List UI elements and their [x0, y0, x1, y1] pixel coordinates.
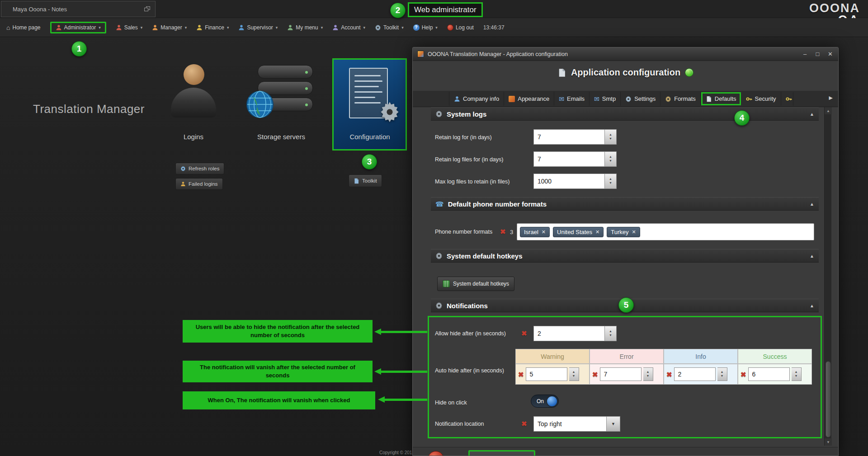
- clear-icon[interactable]: ✖: [521, 330, 527, 337]
- spinner-control[interactable]: ▲▼: [792, 367, 802, 381]
- menu-administrator[interactable]: Administrator ▾: [50, 22, 106, 33]
- tab-appearance[interactable]: Appearance: [504, 92, 554, 106]
- menu-label: Account: [341, 24, 360, 31]
- clear-icon[interactable]: ✖: [741, 371, 746, 378]
- menu-finance[interactable]: Finance ▾: [196, 24, 229, 31]
- menu-account[interactable]: Account ▾: [332, 24, 365, 31]
- maximize-button[interactable]: □: [814, 51, 821, 57]
- menu-label: Sales: [124, 24, 138, 31]
- menu-sales[interactable]: Sales ▾: [116, 24, 143, 31]
- refresh-roles-button[interactable]: Refresh roles: [175, 163, 224, 174]
- modal-scrollbar[interactable]: ▲ ▼: [824, 107, 831, 446]
- spinner-control[interactable]: ▲▼: [605, 129, 617, 145]
- remove-tag-icon[interactable]: ✕: [595, 229, 599, 235]
- spinner-control[interactable]: ▲▼: [605, 326, 617, 341]
- menu-help[interactable]: ? Help ▾: [413, 24, 438, 31]
- notification-location-input[interactable]: [533, 416, 607, 432]
- person-icon: [116, 24, 122, 31]
- close-button[interactable]: ✕: [827, 51, 834, 57]
- collapse-icon[interactable]: ▲: [810, 112, 814, 117]
- gear-icon: [625, 96, 632, 102]
- tab-smtp[interactable]: ✉ Smtp: [590, 92, 621, 106]
- tab-label: Defaults: [715, 95, 736, 102]
- spinner-control[interactable]: ▲▼: [605, 151, 617, 167]
- annotation-arrowhead: [378, 396, 385, 403]
- notes-window-tab[interactable]: Maya Ooona - Notes: [1, 1, 156, 17]
- warning-cell: ✖ ▲▼: [515, 364, 590, 385]
- spinner-control[interactable]: ▲▼: [605, 174, 617, 189]
- clear-icon[interactable]: ✖: [592, 371, 598, 378]
- collapse-icon[interactable]: ▲: [810, 254, 814, 259]
- gear-icon: [435, 252, 443, 259]
- chevron-down-icon: ▾: [363, 25, 366, 30]
- auto-hide-warning-input[interactable]: [526, 367, 567, 381]
- spinner-control[interactable]: ▲▼: [569, 367, 579, 381]
- scroll-down-icon[interactable]: ▼: [825, 438, 832, 446]
- clear-icon[interactable]: ✖: [666, 371, 672, 378]
- dropdown-button[interactable]: ▼: [607, 416, 620, 432]
- auto-hide-info-input[interactable]: [674, 367, 716, 381]
- failed-logins-button[interactable]: Failed logins: [175, 178, 223, 190]
- tab-defaults[interactable]: Defaults: [701, 92, 741, 105]
- section-title: System default hotkeys: [447, 252, 523, 260]
- scroll-up-icon[interactable]: ▲: [825, 107, 832, 114]
- scrollbar-thumb[interactable]: [826, 361, 831, 437]
- collapse-icon[interactable]: ▲: [810, 303, 814, 308]
- window-title: Maya Ooona - Notes: [13, 6, 67, 13]
- annotation-callout-2: The notification will vanish after the s…: [183, 361, 373, 382]
- tile-logins[interactable]: [166, 61, 221, 122]
- toolkit-icon: [354, 178, 359, 184]
- collapse-icon[interactable]: ▲: [810, 202, 814, 207]
- tab-formats[interactable]: Formats: [660, 92, 701, 106]
- retain-log-days-input[interactable]: [533, 129, 605, 145]
- brand-line1: OOONA: [809, 3, 860, 14]
- save-button[interactable]: [468, 450, 535, 456]
- clear-icon[interactable]: ✖: [518, 371, 524, 378]
- menu-manager[interactable]: Manager ▾: [152, 24, 187, 31]
- person-icon: [152, 24, 158, 31]
- tile-storage-servers[interactable]: [248, 62, 315, 122]
- remove-tag-icon[interactable]: ✕: [542, 229, 546, 235]
- tile-storage-label: Storage servers: [241, 133, 322, 141]
- section-title: Notifications: [447, 302, 488, 310]
- menu-supervisor[interactable]: Supervisor ▾: [238, 24, 278, 31]
- person-icon: [238, 24, 245, 31]
- remove-tag-icon[interactable]: ✕: [632, 229, 636, 235]
- menu-my-menu[interactable]: My menu ▾: [287, 24, 323, 31]
- spinner-control[interactable]: ▲▼: [717, 367, 727, 381]
- cancel-button[interactable]: [428, 451, 444, 456]
- menu-log-out[interactable]: Log out: [447, 24, 474, 31]
- tab-settings[interactable]: Settings: [621, 92, 660, 106]
- clear-icon[interactable]: ✖: [500, 228, 506, 235]
- annotation-arrow-line: [381, 331, 427, 333]
- modal-titlebar[interactable]: OOONA Translation Manager - Application …: [413, 47, 838, 61]
- spinner-control[interactable]: ▲▼: [643, 367, 653, 381]
- tile-configuration[interactable]: Configuration: [332, 58, 407, 150]
- gear-icon: [435, 110, 443, 118]
- tab-emails[interactable]: ✉ Emails: [554, 92, 590, 106]
- modal-heading-row: Application configuration: [413, 67, 838, 78]
- tab-partial[interactable]: [781, 92, 793, 106]
- step-circle-5: 5: [618, 297, 634, 313]
- menu-home-page[interactable]: ⌂ Home page: [6, 24, 41, 31]
- person-icon: [196, 24, 203, 31]
- system-default-hotkeys-button[interactable]: System default hotkeys: [437, 277, 514, 291]
- phone-formats-field[interactable]: Israel ✕ United States ✕ Turkey ✕: [517, 223, 814, 240]
- tab-scroll-right-icon[interactable]: ▶: [829, 95, 833, 101]
- auto-hide-error-input[interactable]: [600, 367, 642, 381]
- tab-security[interactable]: Security: [741, 92, 781, 106]
- tab-company-info[interactable]: Company info: [449, 92, 504, 106]
- hide-on-click-toggle[interactable]: On: [531, 395, 559, 408]
- menu-toolkit[interactable]: Toolkit ▾: [375, 24, 404, 31]
- auto-hide-success-input[interactable]: [748, 367, 790, 381]
- gear-icon: [665, 96, 671, 102]
- clear-icon[interactable]: ✖: [521, 420, 527, 427]
- minimize-button[interactable]: –: [802, 51, 808, 57]
- auto-hide-table: Warning Error Info Success ✖ ▲▼ ✖ ▲▼ ✖: [515, 349, 813, 385]
- column-header-info: Info: [664, 349, 738, 364]
- allow-hide-after-input[interactable]: [533, 326, 605, 341]
- toolkit-button[interactable]: Toolkit: [349, 174, 382, 187]
- restore-window-icon[interactable]: [144, 6, 151, 12]
- max-log-files-input[interactable]: [533, 174, 605, 189]
- retain-log-files-input[interactable]: [533, 151, 605, 167]
